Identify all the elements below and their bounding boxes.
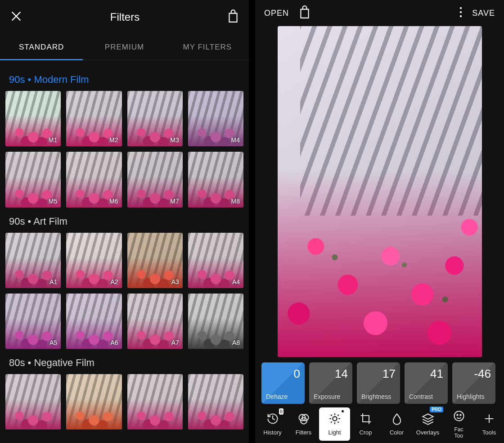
tool-history[interactable]: 8History xyxy=(257,407,288,441)
category-title[interactable]: 90s • Modern Film xyxy=(9,74,244,86)
adjust-value: -46 xyxy=(474,367,491,381)
filter-thumb[interactable]: M4 xyxy=(188,91,243,146)
tool-label: History xyxy=(263,429,281,436)
adjustments-row[interactable]: 0Dehaze14Exposure17Brightness41Contrast-… xyxy=(255,357,504,404)
tool-light[interactable]: Light xyxy=(319,407,350,441)
svg-point-8 xyxy=(457,414,458,415)
filter-label: A2 xyxy=(110,278,118,285)
filter-label: M3 xyxy=(170,136,179,144)
tab-premium[interactable]: PREMIUM xyxy=(83,34,166,60)
filter-thumb[interactable] xyxy=(188,374,243,429)
filter-label: A7 xyxy=(171,339,179,346)
tool-label: Light xyxy=(328,429,341,436)
close-icon[interactable] xyxy=(10,10,22,24)
filter-thumb[interactable]: A2 xyxy=(66,233,122,288)
overlays-icon xyxy=(422,412,434,426)
category-title[interactable]: 90s • Art Film xyxy=(9,216,244,227)
svg-point-1 xyxy=(460,11,462,13)
filter-thumb[interactable]: A5 xyxy=(5,294,61,349)
tool-label: Filters xyxy=(296,429,311,436)
filter-thumb[interactable] xyxy=(66,374,122,429)
more-icon[interactable] xyxy=(459,7,462,19)
filter-thumb[interactable]: M5 xyxy=(5,152,61,207)
tool-label: Overlays xyxy=(416,429,439,436)
filter-thumb[interactable]: A6 xyxy=(66,294,122,349)
shop-icon[interactable] xyxy=(227,9,239,25)
filter-label: M5 xyxy=(49,198,57,205)
adjust-label: Exposure xyxy=(314,393,348,400)
adjust-label: Highlights xyxy=(457,393,491,400)
crop-icon xyxy=(360,412,372,426)
filter-thumb[interactable]: A8 xyxy=(188,294,243,349)
tool-face[interactable]: FacToo xyxy=(443,407,474,441)
adjust-value: 0 xyxy=(294,367,300,381)
filters-header: Filters xyxy=(0,0,249,34)
filter-thumb[interactable]: M2 xyxy=(66,91,122,146)
filter-thumb[interactable]: A4 xyxy=(188,233,243,288)
filter-tabs: STANDARD PREMIUM MY FILTERS xyxy=(0,34,249,60)
filter-label: A4 xyxy=(232,278,240,285)
category-title[interactable]: 80s • Negative Film xyxy=(9,357,244,369)
tool-label: Tools xyxy=(482,429,496,436)
filters-title: Filters xyxy=(110,11,140,23)
tool-label: Crop xyxy=(359,429,372,436)
filter-thumb[interactable]: M1 xyxy=(5,91,61,146)
filter-label: A8 xyxy=(232,339,240,346)
filter-thumb[interactable]: A3 xyxy=(127,233,183,288)
filters-list[interactable]: 90s • Modern FilmM1M2M3M4M5M6M7M890s • A… xyxy=(0,60,249,443)
filter-thumb[interactable]: M7 xyxy=(127,152,183,207)
history-count-badge: 8 xyxy=(279,408,284,415)
filter-thumb[interactable]: M8 xyxy=(188,152,243,207)
editor-header: OPEN SAVE xyxy=(255,0,504,26)
light-icon xyxy=(328,412,341,426)
image-preview[interactable] xyxy=(278,26,482,357)
face-icon xyxy=(453,410,465,424)
filter-grid xyxy=(4,374,244,429)
editor-screen: OPEN SAVE 0Dehaze14Exposure17Brightness4… xyxy=(255,0,504,443)
tool-color[interactable]: Color xyxy=(381,407,412,441)
filter-thumb[interactable]: M3 xyxy=(127,91,183,146)
filter-thumb[interactable] xyxy=(5,374,61,429)
filter-label: M1 xyxy=(49,136,57,144)
filter-label: A6 xyxy=(110,339,118,346)
adjust-highlights[interactable]: -46Highlights xyxy=(452,362,495,404)
adjust-label: Contrast xyxy=(409,393,443,400)
svg-point-6 xyxy=(333,416,337,420)
adjust-exposure[interactable]: 14Exposure xyxy=(309,362,352,404)
filter-label: M7 xyxy=(170,198,179,205)
filter-label: M2 xyxy=(109,136,118,144)
adjust-brightness[interactable]: 17Brightness xyxy=(357,362,400,404)
filter-thumb[interactable]: A7 xyxy=(127,294,183,349)
filter-label: A1 xyxy=(50,278,57,285)
adjust-dehaze[interactable]: 0Dehaze xyxy=(261,362,305,404)
tool-label: FacToo xyxy=(454,426,463,439)
tool-filters[interactable]: Filters xyxy=(288,407,319,441)
tool-crop[interactable]: Crop xyxy=(350,407,381,441)
filters-screen: Filters STANDARD PREMIUM MY FILTERS 90s … xyxy=(0,0,249,443)
adjust-label: Dehaze xyxy=(266,393,300,400)
bottom-toolbar: 8HistoryFiltersLightCropColorPROOverlays… xyxy=(255,405,504,443)
tab-my-filters[interactable]: MY FILTERS xyxy=(166,34,249,60)
tab-standard[interactable]: STANDARD xyxy=(0,34,83,60)
open-button[interactable]: OPEN xyxy=(264,9,289,18)
history-icon xyxy=(266,412,279,426)
svg-point-7 xyxy=(454,411,464,420)
filter-thumb[interactable] xyxy=(127,374,183,429)
tool-overlays[interactable]: PROOverlays xyxy=(412,407,443,441)
filters-icon xyxy=(297,412,310,426)
filter-label: M6 xyxy=(109,198,118,205)
adjust-contrast[interactable]: 41Contrast xyxy=(405,362,448,404)
adjust-value: 41 xyxy=(430,367,443,381)
save-button[interactable]: SAVE xyxy=(472,9,495,18)
adjust-label: Brightness xyxy=(361,393,396,400)
svg-point-2 xyxy=(460,15,462,17)
filter-thumb[interactable]: M6 xyxy=(66,152,122,207)
filter-label: M8 xyxy=(231,198,240,205)
filter-grid: M1M2M3M4M5M6M7M8 xyxy=(4,91,244,208)
tool-tools[interactable]: Tools xyxy=(474,407,504,441)
shop-icon[interactable] xyxy=(299,5,310,21)
indicator-dot xyxy=(342,410,344,412)
filter-thumb[interactable]: A1 xyxy=(5,233,61,288)
adjust-value: 14 xyxy=(335,367,348,381)
tool-label: Color xyxy=(390,429,404,436)
